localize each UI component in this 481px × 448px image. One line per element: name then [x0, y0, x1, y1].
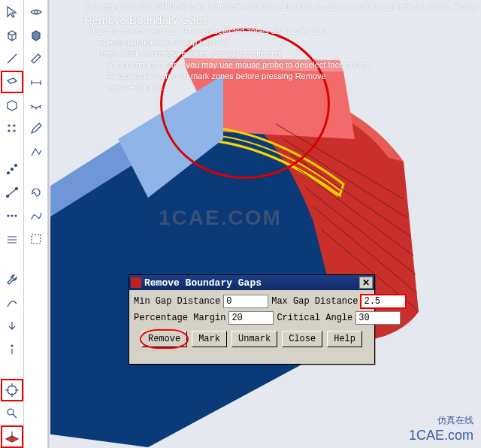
svg-point-9 — [8, 215, 9, 216]
watermark-brand-cn: 仿真在线 — [437, 414, 473, 427]
dialog-buttons: Remove Mark Unmark Close Help — [134, 331, 370, 347]
hint-line: Please make sure you mark zones before p… — [107, 71, 478, 82]
arrow-down-icon[interactable] — [1, 315, 23, 338]
svg-point-4 — [7, 172, 9, 174]
select-icon[interactable] — [25, 228, 47, 250]
svg-point-8 — [15, 188, 17, 190]
cube-icon[interactable] — [1, 24, 23, 47]
svg-point-6 — [11, 168, 13, 171]
hint-line: remove bound... — [107, 82, 478, 93]
toolbar-left-2 — [24, 0, 48, 448]
dialog-titlebar[interactable]: Remove Boundary Gaps ✕ — [129, 275, 374, 290]
dialog-body: Min Gap Distance Max Gap Distance Percen… — [129, 290, 374, 350]
label-margin: Percentage Margin — [134, 313, 225, 323]
toolbar-separator — [48, 0, 50, 448]
viewport-3d[interactable]: Ctrl right-click: Show/Hide Edges | Ctrl… — [50, 0, 481, 448]
section-icon[interactable] — [1, 425, 23, 448]
hint-line: To see marks clearly, you may use mouse … — [107, 59, 478, 71]
svg-point-14 — [8, 409, 14, 415]
dots-icon[interactable] — [1, 117, 23, 140]
hint-overlay: Ctrl right-click: Show/Hide Edges | Ctrl… — [84, 2, 478, 93]
hint-line: Specify parameters for gap removal. — [98, 37, 478, 48]
svg-point-10 — [11, 215, 13, 216]
info-icon[interactable] — [1, 338, 23, 361]
sketch-icon[interactable] — [25, 141, 47, 163]
svg-point-15 — [35, 11, 38, 14]
eye-icon[interactable] — [25, 1, 47, 23]
box-icon[interactable] — [1, 94, 23, 117]
svg-point-11 — [15, 215, 17, 216]
svg-point-2 — [8, 130, 10, 132]
points-icon[interactable] — [1, 204, 23, 227]
close-icon[interactable]: ✕ — [359, 277, 373, 289]
solid-icon[interactable] — [25, 24, 47, 47]
close-button[interactable]: Close — [282, 331, 322, 347]
path-icon[interactable] — [25, 204, 47, 227]
help-button[interactable]: Help — [327, 331, 362, 347]
watermark-brand-url: 1CAE.com — [409, 428, 473, 443]
wrench-icon[interactable] — [1, 268, 23, 291]
svg-point-3 — [14, 130, 15, 132]
unmark-button[interactable]: Unmark — [231, 331, 277, 347]
label-max-gap: Max Gap Distance — [271, 296, 358, 307]
lines-h-icon[interactable] — [1, 228, 23, 250]
pencil-icon[interactable] — [25, 117, 47, 140]
hint-line: Use this to remove gaps between selected… — [89, 26, 478, 37]
dialog-icon — [131, 277, 141, 288]
hint-shortcuts: Ctrl right-click: Show/Hide Edges | Ctrl… — [84, 2, 478, 13]
curve-icon[interactable] — [1, 292, 23, 314]
target-icon[interactable] — [1, 379, 23, 401]
dialog-remove-boundary-gaps: Remove Boundary Gaps ✕ Min Gap Distance … — [129, 274, 375, 365]
svg-rect-16 — [32, 235, 41, 244]
label-min-gap: Min Gap Distance — [134, 296, 220, 307]
hint-title: Remove Boundary Gaps — [84, 14, 478, 26]
segment-icon[interactable] — [1, 181, 23, 204]
svg-point-7 — [6, 195, 8, 198]
rectangle-icon[interactable] — [1, 71, 23, 93]
edge-icon[interactable] — [25, 71, 47, 93]
line-icon[interactable] — [1, 47, 23, 70]
svg-point-1 — [14, 125, 15, 126]
remove-button[interactable]: Remove — [141, 331, 187, 347]
dialog-title-text: Remove Boundary Gaps — [144, 277, 262, 289]
watermark-center: 1CAE.COM — [159, 206, 282, 230]
svg-point-5 — [14, 165, 17, 167]
probe-icon[interactable] — [1, 402, 23, 425]
hint-line: Press Mark to preview entities that will… — [98, 48, 478, 59]
mark-button[interactable]: Mark — [192, 331, 227, 347]
input-margin[interactable] — [228, 311, 274, 325]
svg-point-0 — [8, 125, 10, 126]
eye-closed-icon[interactable] — [25, 94, 47, 117]
toolbar-left-1 — [0, 0, 24, 448]
input-max-gap[interactable] — [361, 295, 406, 308]
measure-icon[interactable] — [25, 47, 47, 70]
cursor-icon[interactable] — [1, 1, 23, 23]
nodes-icon[interactable] — [1, 158, 23, 180]
input-angle[interactable] — [355, 311, 401, 325]
svg-point-12 — [11, 345, 13, 347]
label-angle: Critical Angle — [277, 313, 352, 323]
loop-icon[interactable] — [25, 181, 47, 204]
input-min-gap[interactable] — [223, 295, 268, 308]
